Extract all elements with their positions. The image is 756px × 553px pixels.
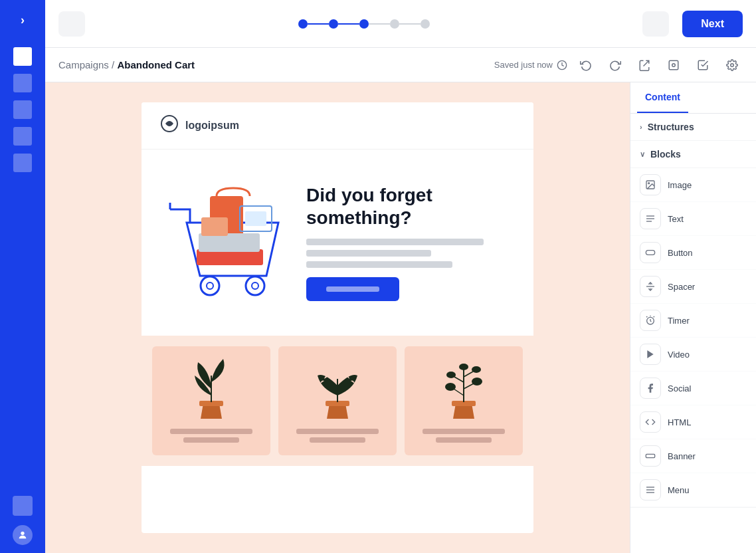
svg-point-28 [446,372,456,378]
banner-block-icon [640,445,661,467]
block-item-social[interactable]: Social [630,372,756,405]
block-label-banner: Banner [668,451,696,461]
logo-text: logoipsum [185,120,239,132]
svg-point-3 [672,63,676,66]
cart-illustration [160,169,293,316]
breadcrumb-campaigns[interactable]: Campaigns [58,59,109,70]
hero-text-block: Did you forget something? [306,184,515,300]
redo-button[interactable] [605,55,626,76]
preview-icon-button[interactable] [663,55,684,76]
step-line-1 [308,23,329,25]
panel-tabs: Content [630,82,756,114]
product-line-3a [423,429,504,434]
svg-rect-2 [669,60,678,70]
chevron-right-icon: › [640,123,642,131]
product-line-2b [310,437,366,443]
breadcrumb-page: Abandoned Cart [117,59,195,70]
block-item-banner[interactable]: Banner [630,439,756,473]
step-1 [298,19,308,29]
tab-content[interactable]: Content [637,82,688,113]
block-label-video: Video [668,350,690,360]
saved-status: Saved just now [494,60,567,70]
product-line-1b [183,437,240,443]
product-card-1[interactable] [152,346,270,455]
svg-rect-37 [646,251,654,255]
email-canvas: logoipsum [142,102,533,533]
product-card-3[interactable] [405,346,523,455]
step-line-4 [399,23,421,25]
svg-point-0 [21,532,24,535]
svg-line-25 [464,384,474,389]
undo-button[interactable] [575,55,597,76]
svg-point-10 [252,282,258,289]
settings-button[interactable] [721,55,743,76]
product-line-2a [296,429,378,434]
sidebar-square-icon[interactable] [13,496,33,516]
svg-point-7 [201,276,219,295]
product-line-3b [436,437,492,443]
blocks-section: ∨ Blocks Image Text [630,141,756,508]
email-cta-button[interactable] [306,277,399,301]
sidebar-block-2[interactable] [13,74,32,92]
sidebar-block-5[interactable] [13,154,32,172]
block-label-social: Social [668,384,691,393]
block-label-text: Text [668,214,684,224]
block-label-timer: Timer [668,316,690,326]
block-item-menu[interactable]: Menu [630,473,756,507]
check-button[interactable] [692,55,713,76]
preview-button[interactable] [642,11,669,37]
button-block-icon [640,242,661,263]
breadcrumb-bar: Campaigns / Abandoned Cart Saved just no… [45,48,756,82]
top-header: Next [45,0,756,48]
structures-section: › Structures [630,114,756,141]
chevron-down-icon: ∨ [640,150,645,159]
svg-point-4 [731,63,734,66]
sidebar-toggle[interactable]: › [11,8,35,32]
svg-line-27 [454,377,464,382]
step-3 [359,19,369,29]
block-item-spacer[interactable]: Spacer [630,270,756,304]
user-avatar[interactable] [13,525,33,545]
sidebar-block-4[interactable] [13,127,32,146]
block-item-button[interactable]: Button [630,236,756,270]
block-item-text[interactable]: Text [630,202,756,236]
email-header: logoipsum [142,102,533,150]
progress-stepper [298,19,430,29]
breadcrumb-actions: Saved just now [494,55,743,76]
product-grid [142,336,533,466]
export-button[interactable] [634,55,655,76]
canvas-area[interactable]: logoipsum [45,82,630,553]
svg-line-29 [464,372,473,377]
block-label-menu: Menu [668,485,690,495]
block-label-spacer: Spacer [668,282,695,292]
svg-point-31 [459,364,468,370]
block-item-image[interactable]: Image [630,168,756,202]
product-card-2[interactable] [278,346,397,455]
sidebar-block-1[interactable] [13,47,32,66]
breadcrumb: Campaigns / Abandoned Cart [58,59,195,70]
step-line-2 [338,23,359,25]
block-label-button: Button [668,248,693,258]
social-block-icon [640,378,661,399]
block-item-html[interactable]: HTML [630,405,756,439]
sidebar-block-3[interactable] [13,100,32,119]
block-item-timer[interactable]: Timer [630,304,756,338]
block-label-html: HTML [668,417,691,427]
structures-header[interactable]: › Structures [630,114,756,141]
text-placeholder-3 [306,261,452,268]
svg-marker-42 [647,350,653,358]
structures-label: Structures [648,122,694,132]
next-button[interactable]: Next [682,11,743,37]
text-block-icon [640,208,661,229]
main-content: Next Campaigns / Abandoned Cart Saved ju… [45,0,756,553]
svg-point-33 [648,183,650,184]
step-5 [421,19,430,29]
cta-btn-text [326,286,379,292]
left-sidebar: › [0,0,45,553]
blocks-header[interactable]: ∨ Blocks [630,141,756,168]
block-item-video[interactable]: Video [630,338,756,372]
content-row: logoipsum [45,82,756,553]
back-button[interactable] [58,11,85,37]
svg-point-8 [207,282,213,289]
menu-block-icon [640,479,661,500]
